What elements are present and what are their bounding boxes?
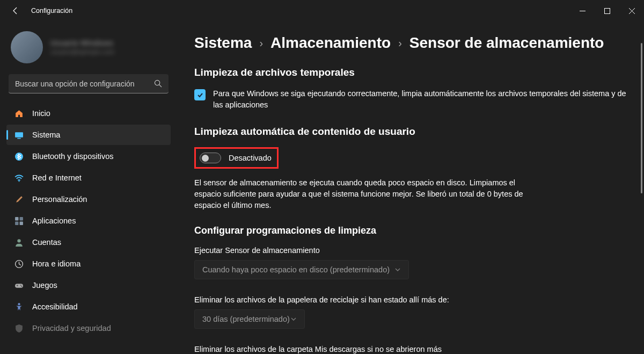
svg-point-14 <box>17 239 20 242</box>
scrollbar-thumb[interactable] <box>641 43 642 193</box>
sidebar-item-hora[interactable]: Hora e idioma <box>6 254 171 274</box>
toggle-description: El sensor de almacenamiento se ejecuta c… <box>194 177 527 211</box>
section-title-limpieza-temporales: Limpieza de archivos temporales <box>194 67 633 78</box>
breadcrumb-almacenamiento[interactable]: Almacenamiento <box>270 34 391 52</box>
sidebar-item-label: Aplicaciones <box>32 216 76 225</box>
svg-point-18 <box>21 286 22 287</box>
section-title-programaciones: Configurar programaciones de limpieza <box>194 225 633 236</box>
dropdown-label-descargas: Eliminar los archivos de la carpeta Mis … <box>194 345 633 353</box>
system-icon <box>14 130 24 140</box>
sidebar-item-privacidad[interactable]: Privacidad y seguridad <box>6 318 171 338</box>
dropdown-value: 30 días (predeterminado) <box>202 315 290 323</box>
profile-section[interactable]: Usuario Windows usuario@ejemplo.com <box>6 21 171 74</box>
titlebar: Configuración <box>0 0 644 21</box>
dropdown-label-ejecutar: Ejecutar Sensor de almacenamiento <box>194 246 633 255</box>
sidebar-item-label: Personalización <box>32 195 87 204</box>
svg-point-4 <box>155 80 159 85</box>
sidebar-item-label: Privacidad y seguridad <box>32 324 111 333</box>
wifi-icon <box>14 173 24 183</box>
search-input[interactable] <box>15 80 153 88</box>
gamepad-icon <box>14 280 24 290</box>
search-icon <box>153 80 162 88</box>
chevron-right-icon: › <box>398 37 402 49</box>
sidebar-item-label: Cuentas <box>32 238 61 247</box>
toggle-label: Desactivado <box>229 154 272 162</box>
maximize-button[interactable] <box>595 0 619 21</box>
sidebar-item-label: Sistema <box>32 131 60 139</box>
dropdown-papelera[interactable]: 30 días (predeterminado) <box>194 309 305 329</box>
sidebar: Usuario Windows usuario@ejemplo.com Inic… <box>0 21 177 354</box>
window-title: Configuración <box>31 7 72 15</box>
back-button[interactable] <box>11 6 20 16</box>
svg-point-21 <box>18 303 20 305</box>
toggle-knob <box>202 155 209 162</box>
sidebar-item-label: Bluetooth y dispositivos <box>32 152 114 161</box>
sidebar-item-cuentas[interactable]: Cuentas <box>6 232 171 252</box>
minimize-button[interactable] <box>570 0 595 21</box>
search-box[interactable] <box>9 74 169 93</box>
dropdown-ejecutar-sensor[interactable]: Cuando haya poco espacio en disco (prede… <box>194 260 409 279</box>
svg-line-5 <box>159 85 161 87</box>
svg-rect-12 <box>15 221 18 225</box>
sidebar-item-inicio[interactable]: Inicio <box>6 103 171 124</box>
sidebar-item-label: Inicio <box>32 109 50 118</box>
brush-icon <box>14 194 24 204</box>
person-icon <box>14 237 24 247</box>
home-icon <box>14 109 24 118</box>
apps-icon <box>14 216 24 226</box>
sidebar-item-sistema[interactable]: Sistema <box>6 125 171 145</box>
svg-rect-10 <box>15 217 18 220</box>
avatar <box>11 31 43 63</box>
breadcrumb: Sistema › Almacenamiento › Sensor de alm… <box>194 34 633 52</box>
svg-rect-6 <box>15 132 23 138</box>
toggle-highlighted-area: Desactivado <box>194 147 279 169</box>
toggle-sensor[interactable] <box>200 153 221 163</box>
clock-icon <box>14 259 24 269</box>
svg-rect-1 <box>604 8 610 13</box>
sidebar-item-bluetooth[interactable]: Bluetooth y dispositivos <box>6 146 171 167</box>
checkbox-label: Para que Windows se siga ejecutando corr… <box>213 88 633 111</box>
svg-point-17 <box>20 284 21 285</box>
svg-rect-20 <box>17 284 17 286</box>
sidebar-item-label: Juegos <box>32 281 57 290</box>
chevron-down-icon <box>290 316 297 322</box>
sidebar-item-juegos[interactable]: Juegos <box>6 275 171 295</box>
bluetooth-icon <box>14 151 24 161</box>
scrollbar[interactable] <box>640 43 643 349</box>
close-button[interactable] <box>619 0 644 21</box>
nav-list: Inicio Sistema Bluetooth y dispositivos … <box>6 103 171 338</box>
svg-rect-13 <box>19 221 23 225</box>
section-title-limpieza-automatica: Limpieza automática de contenido de usua… <box>194 126 633 138</box>
chevron-down-icon <box>394 266 401 273</box>
content-area: Sistema › Almacenamiento › Sensor de alm… <box>177 21 644 354</box>
checkbox-row-temporales: Para que Windows se siga ejecutando corr… <box>194 88 633 111</box>
profile-name: Usuario Windows <box>50 39 115 47</box>
sidebar-item-label: Hora e idioma <box>32 259 80 268</box>
svg-rect-11 <box>19 217 23 220</box>
checkbox-temporales[interactable] <box>194 89 206 100</box>
svg-rect-7 <box>17 138 20 139</box>
profile-email: usuario@ejemplo.com <box>50 48 115 56</box>
sidebar-item-label: Red e Internet <box>32 174 82 182</box>
sidebar-item-label: Accesibilidad <box>32 302 78 311</box>
dropdown-value: Cuando haya poco espacio en disco (prede… <box>202 265 390 274</box>
sidebar-item-red[interactable]: Red e Internet <box>6 168 171 188</box>
chevron-right-icon: › <box>259 37 263 49</box>
svg-point-9 <box>18 180 19 182</box>
shield-icon <box>14 323 24 333</box>
breadcrumb-current: Sensor de almacenamiento <box>409 34 604 52</box>
dropdown-label-papelera: Eliminar los archivos de la papelera de … <box>194 295 633 304</box>
sidebar-item-personalizacion[interactable]: Personalización <box>6 189 171 209</box>
breadcrumb-sistema[interactable]: Sistema <box>194 34 252 52</box>
accessibility-icon <box>14 302 24 312</box>
sidebar-item-aplicaciones[interactable]: Aplicaciones <box>6 211 171 231</box>
svg-rect-16 <box>15 284 23 287</box>
sidebar-item-accesibilidad[interactable]: Accesibilidad <box>6 297 171 317</box>
